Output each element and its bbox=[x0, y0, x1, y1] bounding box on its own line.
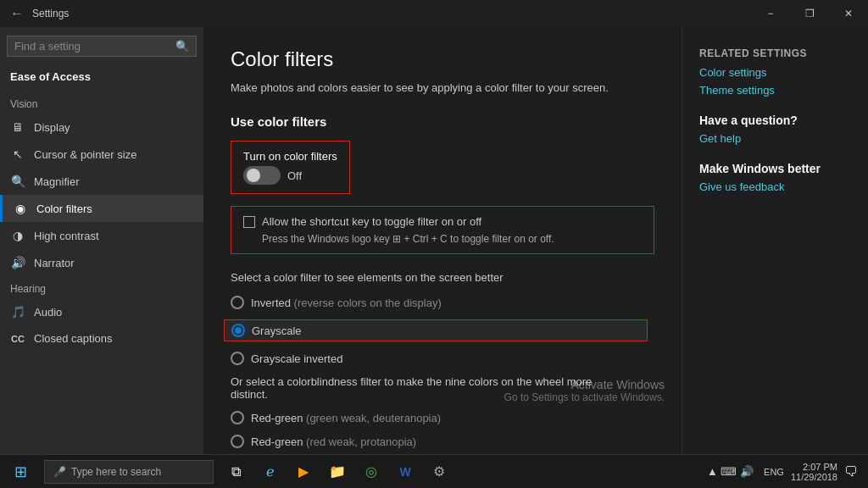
related-settings-title: Related settings bbox=[699, 47, 851, 59]
sidebar-item-colorfilters-label: Color filters bbox=[36, 202, 92, 215]
edge-button[interactable]: ℯ bbox=[254, 455, 285, 489]
title-bar-title: Settings bbox=[32, 8, 69, 19]
radio-red-green-strong[interactable]: Red-green (red weak, protanopia) bbox=[231, 435, 654, 448]
settings-icon: ⚙ bbox=[433, 463, 445, 480]
page-description: Make photos and colors easier to see by … bbox=[231, 81, 654, 94]
sidebar-item-captions[interactable]: CC Closed captions bbox=[0, 325, 203, 352]
minimize-button[interactable]: − bbox=[751, 0, 790, 27]
captions-icon: CC bbox=[10, 334, 25, 344]
sidebar-item-cursor[interactable]: ↖ Cursor & pointer size bbox=[0, 141, 203, 168]
window-controls: − ❐ ✕ bbox=[751, 0, 868, 27]
radio-label-red-green-strong: Red-green (red weak, protanopia) bbox=[251, 435, 416, 448]
sidebar-item-highcontrast[interactable]: ◑ High contrast bbox=[0, 222, 203, 249]
sidebar-item-narrator[interactable]: 🔊 Narrator bbox=[0, 249, 203, 276]
question-section: Have a question? Get help bbox=[699, 114, 851, 145]
radio-grayscale[interactable]: Grayscale bbox=[224, 319, 648, 341]
toggle-label: Turn on color filters bbox=[243, 150, 337, 163]
radio-grayscale-inverted[interactable]: Grayscale inverted bbox=[231, 352, 654, 365]
word-icon: W bbox=[399, 465, 410, 479]
windows-logo-icon: ⊞ bbox=[14, 463, 27, 481]
settings-button[interactable]: ⚙ bbox=[424, 455, 454, 489]
get-help-link[interactable]: Get help bbox=[699, 132, 851, 145]
question-title: Have a question? bbox=[699, 114, 851, 127]
system-tray-icons[interactable]: ▲ ⌨ 🔊 bbox=[704, 465, 757, 478]
section-title: Use color filters bbox=[231, 114, 654, 129]
radio-red-green-weak[interactable]: Red-green (green weak, deuteranopia) bbox=[231, 411, 654, 424]
toggle-switch[interactable] bbox=[243, 166, 281, 185]
search-box[interactable]: 🔍 bbox=[7, 36, 197, 57]
theme-settings-link[interactable]: Theme settings bbox=[699, 84, 851, 97]
sidebar-item-display-label: Display bbox=[34, 121, 70, 134]
filter-select-label: Select a color filter to see elements on… bbox=[231, 271, 654, 284]
vision-label: Vision bbox=[0, 92, 203, 114]
sidebar-item-magnifier[interactable]: 🔍 Magnifier bbox=[0, 168, 203, 195]
radio-circle-red-green-strong bbox=[231, 435, 244, 448]
back-button[interactable]: ← bbox=[10, 6, 24, 21]
vlc-icon: ▶ bbox=[298, 463, 309, 480]
taskbar-right: ▲ ⌨ 🔊 ENG 2:07 PM 11/29/2018 🗨 bbox=[704, 462, 868, 482]
sidebar-item-colorfilters[interactable]: ◉ Color filters bbox=[0, 195, 203, 222]
shortcut-row: Allow the shortcut key to toggle filter … bbox=[243, 215, 642, 228]
colorfilters-icon: ◉ bbox=[13, 202, 28, 215]
audio-icon: 🎵 bbox=[10, 305, 25, 319]
right-panel: Related settings Color settings Theme se… bbox=[682, 27, 868, 454]
folder-icon: 📁 bbox=[329, 463, 346, 480]
taskbar-mic-icon: 🎤 bbox=[53, 466, 66, 478]
search-input[interactable] bbox=[14, 40, 175, 53]
sidebar-item-display[interactable]: 🖥 Display bbox=[0, 114, 203, 141]
taskbar-clock[interactable]: 2:07 PM 11/29/2018 bbox=[791, 462, 837, 482]
shortcut-box: Allow the shortcut key to toggle filter … bbox=[231, 206, 654, 254]
folder-button[interactable]: 📁 bbox=[322, 455, 353, 489]
radio-label-inverted: Inverted (reverse colors on the display) bbox=[251, 297, 442, 309]
search-icon: 🔍 bbox=[175, 40, 189, 53]
main-content: Color filters Make photos and colors eas… bbox=[203, 27, 682, 454]
give-feedback-link[interactable]: Give us feedback bbox=[699, 180, 851, 193]
sidebar-item-audio-label: Audio bbox=[34, 306, 62, 319]
sidebar-item-cursor-label: Cursor & pointer size bbox=[34, 148, 136, 161]
radio-label-red-green-weak: Red-green (green weak, deuteranopia) bbox=[251, 412, 441, 424]
sidebar-item-audio[interactable]: 🎵 Audio bbox=[0, 298, 203, 325]
shortcut-label: Allow the shortcut key to toggle filter … bbox=[262, 215, 481, 228]
activate-windows-sub: Go to Settings to activate Windows. bbox=[504, 391, 665, 403]
shortcut-checkbox[interactable] bbox=[243, 216, 255, 228]
radio-label-grayscale-inverted: Grayscale inverted bbox=[251, 352, 342, 365]
title-bar: ← Settings − ❐ ✕ bbox=[0, 0, 868, 27]
magnifier-icon: 🔍 bbox=[10, 175, 25, 188]
sidebar-item-captions-label: Closed captions bbox=[34, 332, 113, 345]
sidebar: 🔍 Ease of Access Vision 🖥 Display ↖ Curs… bbox=[0, 27, 203, 454]
language-indicator[interactable]: ENG bbox=[760, 467, 787, 477]
radio-label-grayscale: Grayscale bbox=[252, 324, 302, 337]
color-settings-link[interactable]: Color settings bbox=[699, 66, 851, 79]
better-title: Make Windows better bbox=[699, 162, 851, 175]
taskview-icon: ⧉ bbox=[231, 464, 241, 480]
taskview-button[interactable]: ⧉ bbox=[220, 455, 251, 489]
chrome-icon: ◎ bbox=[365, 463, 377, 480]
restore-button[interactable]: ❐ bbox=[790, 0, 829, 27]
radio-circle-inverted bbox=[231, 296, 244, 309]
shortcut-hint: Press the Windows logo key ⊞ + Ctrl + C … bbox=[243, 233, 642, 245]
taskbar-time-display: 2:07 PM bbox=[803, 462, 837, 472]
radio-inverted[interactable]: Inverted (reverse colors on the display) bbox=[231, 296, 654, 309]
activate-windows-title: Activate Windows bbox=[504, 378, 665, 391]
highcontrast-icon: ◑ bbox=[10, 229, 25, 242]
chrome-button[interactable]: ◎ bbox=[356, 455, 387, 489]
activate-windows: Activate Windows Go to Settings to activ… bbox=[504, 378, 665, 403]
taskbar-icons: ⧉ ℯ ▶ 📁 ◎ W ⚙ bbox=[220, 455, 454, 489]
vlc-button[interactable]: ▶ bbox=[288, 455, 319, 489]
hearing-label: Hearing bbox=[0, 276, 203, 298]
taskbar-search[interactable]: 🎤 Type here to search bbox=[44, 460, 214, 484]
toggle-knob bbox=[247, 169, 260, 182]
radio-circle-red-green-weak bbox=[231, 411, 244, 424]
close-button[interactable]: ✕ bbox=[829, 0, 868, 27]
sidebar-item-highcontrast-label: High contrast bbox=[34, 230, 99, 242]
notifications-button[interactable]: 🗨 bbox=[841, 464, 861, 480]
sidebar-item-narrator-label: Narrator bbox=[34, 257, 75, 269]
display-icon: 🖥 bbox=[10, 120, 25, 134]
taskbar-search-label: Type here to search bbox=[71, 466, 161, 478]
taskbar: ⊞ 🎤 Type here to search ⧉ ℯ ▶ 📁 ◎ W ⚙ ▲ … bbox=[0, 454, 868, 488]
start-button[interactable]: ⊞ bbox=[0, 455, 41, 489]
word-button[interactable]: W bbox=[390, 455, 420, 489]
page-title: Color filters bbox=[231, 47, 654, 71]
ease-of-access-label: Ease of Access bbox=[0, 65, 203, 88]
app-container: 🔍 Ease of Access Vision 🖥 Display ↖ Curs… bbox=[0, 27, 868, 454]
